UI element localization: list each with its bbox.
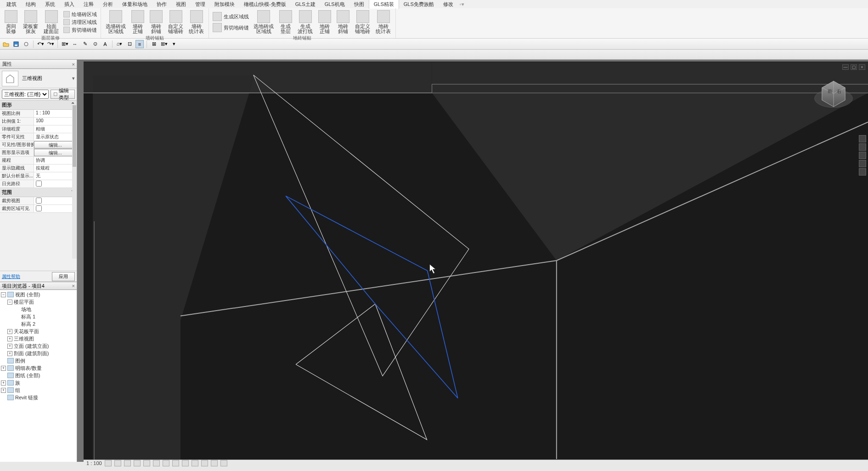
property-row[interactable]: 显示隐藏线按规程 — [0, 165, 77, 172]
nav-home-icon[interactable] — [859, 135, 866, 142]
qat-tag[interactable]: ⊙ — [91, 40, 99, 48]
close-icon[interactable]: × — [859, 64, 865, 70]
expand-icon[interactable]: + — [1, 380, 6, 386]
3d-viewport[interactable]: — ▢ × — [84, 62, 868, 460]
tree-node[interactable]: +族 — [0, 379, 77, 386]
prop-category[interactable]: 范围⌃ — [0, 188, 77, 197]
qat-thinlines[interactable]: ≡ — [135, 40, 144, 48]
rbtn-floor-stats[interactable]: 地砖统计表 — [373, 9, 394, 35]
rbtn-beam-plaster[interactable]: 梁板窗抹灰 — [20, 9, 41, 35]
qat-3d[interactable]: ⌂▾ — [115, 40, 124, 48]
menu-quickdraw[interactable]: 快图 — [349, 0, 369, 9]
nav-look-icon[interactable] — [859, 168, 866, 176]
rbtn-floor-custom[interactable]: 自定义铺地砖 — [352, 9, 373, 35]
property-value[interactable]: 按规程 — [34, 165, 77, 172]
expand-icon[interactable]: + — [7, 344, 12, 349]
qat-redo[interactable]: ↷▾ — [46, 40, 55, 48]
property-value[interactable]: 协调 — [34, 157, 77, 164]
tree-node[interactable]: +明细表/数量 — [0, 364, 77, 372]
property-row[interactable]: 裁剪视图 — [0, 197, 77, 205]
property-row[interactable]: 裁剪区域可见 — [0, 205, 77, 213]
vs-highlight-icon[interactable] — [220, 460, 227, 466]
property-value[interactable] — [34, 205, 77, 212]
property-value[interactable] — [34, 180, 77, 187]
checkbox[interactable] — [36, 205, 42, 211]
property-value[interactable]: 显示原状态 — [34, 133, 77, 141]
scrollbar[interactable] — [72, 105, 77, 259]
menu-view[interactable]: 视图 — [171, 0, 191, 9]
ritem-cut-wall-tile-seam[interactable]: 剪切墙砖缝 — [62, 26, 99, 34]
prop-category[interactable]: 图形⌃ — [0, 101, 77, 110]
qat-undo[interactable]: ↶▾ — [36, 40, 45, 48]
checkbox[interactable] — [36, 198, 42, 204]
qat-close[interactable]: ⊠ — [150, 40, 158, 48]
property-value[interactable]: 无 — [34, 172, 77, 180]
menu-gls-mep[interactable]: GLS机电 — [320, 0, 349, 9]
menu-gls-finish[interactable]: GLS精装 — [369, 0, 399, 9]
expand-icon[interactable]: + — [7, 336, 12, 341]
vs-constraint-icon[interactable] — [201, 460, 208, 466]
nav-zoom-icon[interactable] — [859, 143, 866, 151]
expand-icon[interactable]: + — [1, 366, 6, 371]
rbtn-wall-custom[interactable]: 自定义铺墙砖 — [165, 9, 186, 35]
menu-annotate[interactable]: 注释 — [79, 0, 98, 9]
property-row[interactable]: 图形显示选项编辑... — [0, 149, 77, 157]
max-icon[interactable]: ▢ — [851, 64, 857, 70]
tree-node[interactable]: +三维视图 — [0, 335, 77, 342]
vs-reveal-icon[interactable] — [192, 460, 198, 466]
qat-text[interactable]: A — [101, 40, 109, 48]
type-selector[interactable]: 三维视图▾ — [0, 69, 77, 88]
vs-shadow-icon[interactable] — [134, 460, 141, 466]
checkbox[interactable] — [36, 181, 42, 187]
menu-modify[interactable]: 修改 — [439, 0, 458, 9]
property-value[interactable]: 精细 — [34, 125, 77, 133]
rbtn-floor-straight[interactable]: 地砖正铺 — [316, 9, 334, 35]
menu-analyze[interactable]: 分析 — [98, 0, 118, 9]
nav-orbit-icon[interactable] — [859, 160, 866, 167]
expand-icon[interactable]: − — [7, 300, 12, 305]
property-row[interactable]: 详细程度精细 — [0, 125, 77, 133]
tree-node[interactable]: 图例 — [0, 357, 77, 364]
menu-gls-family[interactable]: GLS免费族酷 — [399, 0, 439, 9]
property-value[interactable] — [34, 197, 77, 204]
vs-sun-icon[interactable] — [124, 460, 131, 466]
qat-open[interactable] — [2, 40, 10, 48]
rbtn-raise-surface[interactable]: 抬面建面层 — [41, 9, 62, 35]
menu-system[interactable]: 系统 — [40, 0, 60, 9]
apply-button[interactable]: 应用 — [52, 272, 75, 281]
rbtn-floor-diagonal[interactable]: 地砖斜铺 — [334, 9, 352, 35]
expand-icon[interactable]: − — [1, 292, 6, 297]
rbtn-gen-border[interactable]: 生成波打线 — [295, 9, 316, 35]
rbtn-room-finish[interactable]: 房间装修 — [2, 9, 20, 35]
vs-lock-icon[interactable] — [172, 460, 179, 466]
close-icon[interactable]: × — [72, 283, 75, 289]
menu-olive[interactable]: 橄榄山快模-免费版 — [239, 0, 291, 9]
vs-crop-icon[interactable] — [153, 460, 160, 466]
qat-measure[interactable]: ↔ — [71, 40, 79, 48]
property-row[interactable]: 零件可见性显示原状态 — [0, 133, 77, 141]
menu-mass[interactable]: 体量和场地 — [118, 0, 152, 9]
qat-section[interactable]: ⊡ — [125, 40, 134, 48]
menu-manage[interactable]: 管理 — [191, 0, 210, 9]
ritem-gen-area-line[interactable]: 生成区域线 — [211, 11, 251, 22]
qat-dim[interactable]: ✎ — [81, 40, 89, 48]
menu-addins[interactable]: 附加模块 — [210, 0, 239, 9]
property-value[interactable]: 编辑... — [34, 141, 77, 148]
rbtn-wall-diagonal[interactable]: 墙砖斜铺 — [147, 9, 165, 35]
tree-node[interactable]: 场地 — [0, 306, 77, 313]
view-scale[interactable]: 1 : 100 — [86, 460, 102, 466]
property-row[interactable]: 视图比例1 : 100 — [0, 110, 77, 118]
property-value[interactable]: 100 — [34, 118, 77, 125]
rbtn-select-floor-tile[interactable]: 选地砖或区域线 — [251, 9, 276, 35]
vs-temp-icon[interactable] — [182, 460, 189, 466]
qat-sync[interactable] — [22, 40, 30, 48]
menu-insert[interactable]: 插入 — [60, 0, 79, 9]
menu-struct[interactable]: 结构 — [21, 0, 40, 9]
property-row[interactable]: 规程协调 — [0, 157, 77, 165]
rbtn-gen-cushion[interactable]: 生成垫层 — [276, 9, 295, 35]
property-row[interactable]: 默认分析显示...无 — [0, 172, 77, 180]
tree-node[interactable]: 标高 1 — [0, 313, 77, 320]
vs-cropshow-icon[interactable] — [163, 460, 169, 466]
ritem-draw-wall-tile-area[interactable]: 绘墙砖区域 — [62, 11, 99, 18]
view-cube[interactable]: 前 右 — [813, 74, 854, 116]
